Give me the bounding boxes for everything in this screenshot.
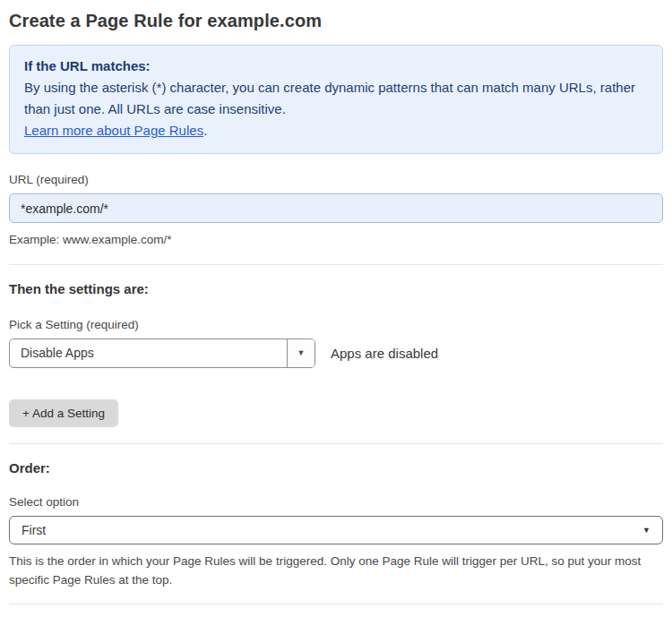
setting-dropdown-caret-button[interactable]: ▼ — [287, 339, 314, 367]
info-box-heading: If the URL matches: — [24, 56, 648, 77]
learn-more-link[interactable]: Learn more about Page Rules — [24, 123, 203, 138]
select-option-label: Select option — [9, 495, 663, 509]
setting-dropdown-value: Disable Apps — [10, 339, 287, 367]
order-help-text: This is the order in which your Page Rul… — [9, 552, 663, 590]
order-section-heading: Order: — [9, 460, 663, 476]
setting-row: Disable Apps ▼ Apps are disabled — [9, 338, 663, 368]
chevron-down-icon: ▼ — [297, 348, 306, 357]
divider — [9, 443, 663, 444]
add-setting-button[interactable]: + Add a Setting — [9, 399, 118, 427]
order-select[interactable]: First ▼ — [9, 516, 663, 544]
url-match-info-box: If the URL matches: By using the asteris… — [9, 45, 663, 154]
setting-dropdown[interactable]: Disable Apps ▼ — [9, 338, 315, 368]
divider — [9, 264, 663, 265]
chevron-down-icon: ▼ — [642, 526, 650, 535]
info-box-body: By using the asterisk (*) character, you… — [24, 77, 648, 141]
page-title: Create a Page Rule for example.com — [9, 11, 663, 31]
url-field-label: URL (required) — [9, 173, 663, 186]
order-select-value: First — [22, 523, 642, 537]
setting-status-text: Apps are disabled — [331, 346, 438, 361]
divider — [9, 604, 663, 604]
url-input[interactable] — [9, 193, 663, 223]
info-box-body-text: By using the asterisk (*) character, you… — [24, 80, 635, 116]
link-period: . — [203, 123, 207, 138]
settings-section-heading: Then the settings are: — [9, 281, 663, 296]
url-example-text: Example: www.example.com/* — [9, 230, 663, 250]
pick-setting-label: Pick a Setting (required) — [9, 318, 663, 331]
